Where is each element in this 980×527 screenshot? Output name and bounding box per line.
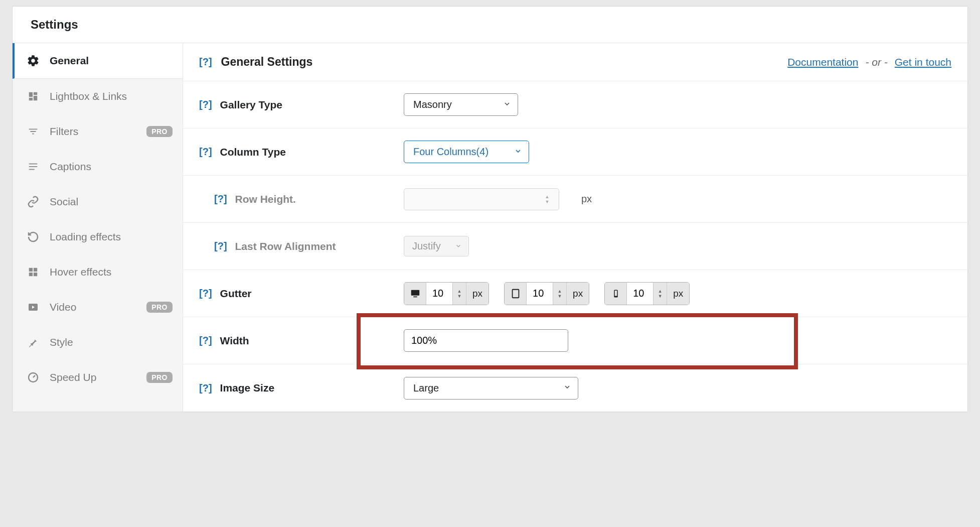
svg-rect-1: [29, 166, 38, 167]
sidebar-item-captions[interactable]: Captions: [13, 149, 183, 184]
sidebar-item-label: Hover effects: [50, 266, 173, 278]
image-size-select[interactable]: Large: [404, 377, 578, 400]
grid-icon: [27, 90, 40, 103]
svg-rect-6: [413, 296, 417, 297]
grid2-icon: [27, 266, 40, 279]
row-height-input[interactable]: ▲▼: [404, 188, 559, 210]
row-column-type: [?] Column Type Four Columns(4): [183, 128, 967, 176]
panel-header: [?] General Settings Documentation - or …: [183, 43, 967, 81]
svg-rect-9: [614, 291, 617, 296]
gutter-desktop[interactable]: ▲▼ px: [404, 282, 489, 305]
width-input[interactable]: [404, 329, 568, 352]
num-spin-icon[interactable]: ▲▼: [452, 283, 466, 305]
gutter-tablet[interactable]: ▲▼ px: [504, 282, 589, 305]
row-gutter: [?] Gutter ▲▼ px: [183, 270, 967, 317]
gutter-tablet-input[interactable]: [527, 288, 553, 299]
help-icon[interactable]: [?]: [214, 240, 227, 252]
video-icon: [27, 301, 40, 314]
pin-icon: [27, 336, 40, 349]
sidebar-item-general[interactable]: General: [13, 43, 183, 79]
gallery-type-select[interactable]: Masonry: [404, 93, 518, 116]
row-row-height: [?] Row Height. ▲▼ px: [183, 176, 967, 223]
num-spin-icon[interactable]: ▲▼: [653, 283, 667, 305]
pro-badge: PRO: [146, 126, 173, 137]
help-icon[interactable]: [?]: [199, 146, 212, 158]
row-image-size: [?] Image Size Large: [183, 364, 967, 412]
sidebar-item-label: Style: [50, 336, 173, 348]
pro-badge: PRO: [146, 372, 173, 383]
gauge-icon: [27, 371, 40, 384]
unit-px: px: [667, 283, 689, 305]
sidebar-item-label: Filters: [50, 125, 136, 138]
gear-icon: [27, 54, 40, 67]
or-text: - or -: [865, 56, 887, 68]
gutter-mobile[interactable]: ▲▼ px: [604, 282, 690, 305]
svg-rect-2: [29, 169, 35, 170]
panel-title: General Settings: [221, 55, 313, 69]
svg-rect-7: [512, 289, 519, 298]
mobile-icon: [605, 283, 627, 305]
column-type-select[interactable]: Four Columns(4): [404, 141, 529, 163]
sidebar-item-speedup[interactable]: Speed Up PRO: [13, 360, 183, 395]
main-panel: [?] General Settings Documentation - or …: [183, 43, 967, 412]
help-icon[interactable]: [?]: [214, 193, 227, 205]
label-image-size: Image Size: [220, 382, 275, 394]
refresh-icon: [27, 230, 40, 243]
sidebar-item-label: Social: [50, 196, 173, 208]
help-icon[interactable]: [?]: [199, 288, 212, 299]
row-gallery-type: [?] Gallery Type Masonry: [183, 81, 967, 128]
unit-px: px: [567, 283, 589, 305]
sidebar-item-style[interactable]: Style: [13, 325, 183, 360]
sidebar-item-label: Lightbox & Links: [50, 90, 173, 102]
sidebar-item-filters[interactable]: Filters PRO: [13, 114, 183, 149]
pro-badge: PRO: [146, 302, 173, 313]
gutter-mobile-input[interactable]: [627, 288, 653, 299]
sidebar-item-hover[interactable]: Hover effects: [13, 254, 183, 290]
last-row-select: Justify: [404, 236, 469, 256]
label-row-height: Row Height.: [235, 193, 296, 205]
settings-sidebar: General Lightbox & Links Filters PRO: [13, 43, 183, 412]
help-icon[interactable]: [?]: [199, 56, 212, 68]
captions-icon: [27, 160, 40, 173]
help-icon[interactable]: [?]: [199, 335, 212, 346]
sidebar-item-social[interactable]: Social: [13, 184, 183, 219]
sidebar-item-label: Speed Up: [50, 371, 136, 383]
help-icon[interactable]: [?]: [199, 99, 212, 110]
desktop-icon: [404, 283, 426, 305]
num-spin-icon[interactable]: ▲▼: [553, 283, 567, 305]
unit-px: px: [581, 193, 592, 205]
link-icon: [27, 195, 40, 208]
documentation-link[interactable]: Documentation: [787, 56, 858, 68]
sidebar-item-loading[interactable]: Loading effects: [13, 219, 183, 254]
tablet-icon: [505, 283, 527, 305]
gutter-desktop-input[interactable]: [426, 288, 452, 299]
sidebar-item-label: General: [50, 55, 173, 67]
sidebar-item-lightbox[interactable]: Lightbox & Links: [13, 79, 183, 114]
help-icon[interactable]: [?]: [199, 382, 212, 394]
sidebar-item-label: Loading effects: [50, 231, 173, 243]
svg-rect-5: [411, 290, 419, 295]
svg-rect-0: [29, 164, 38, 165]
label-column-type: Column Type: [220, 146, 286, 158]
unit-px: px: [466, 283, 488, 305]
filter-icon: [27, 125, 40, 138]
page-title: Settings: [31, 18, 949, 32]
settings-header: Settings: [13, 7, 967, 43]
row-last-row-alignment: [?] Last Row Alignment Justify: [183, 223, 967, 270]
label-last-row: Last Row Alignment: [235, 240, 336, 252]
label-width: Width: [220, 335, 249, 347]
label-gallery-type: Gallery Type: [220, 99, 283, 111]
sidebar-item-label: Video: [50, 301, 136, 313]
num-spin-icon: ▲▼: [541, 192, 554, 207]
label-gutter: Gutter: [220, 288, 252, 300]
sidebar-item-label: Captions: [50, 161, 173, 173]
contact-link[interactable]: Get in touch: [895, 56, 951, 68]
sidebar-item-video[interactable]: Video PRO: [13, 290, 183, 325]
row-width: [?] Width: [183, 317, 967, 364]
